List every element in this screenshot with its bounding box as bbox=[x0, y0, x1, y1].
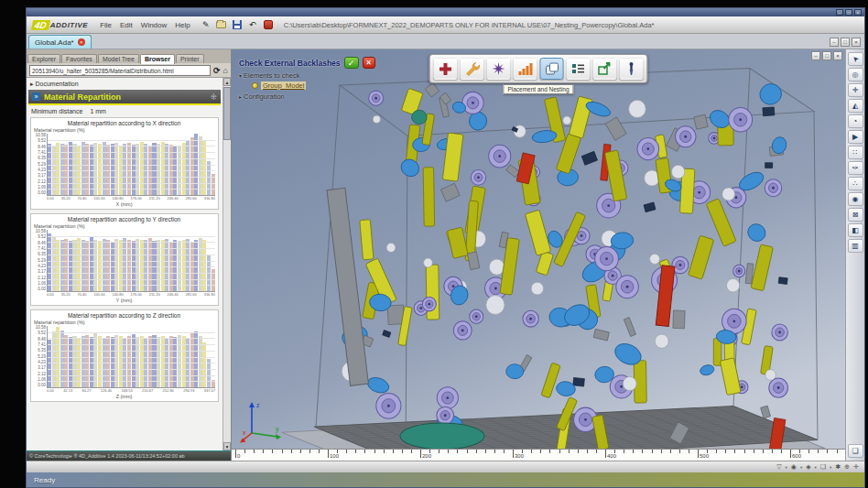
quick-icons: ✎ ↶ bbox=[201, 20, 274, 30]
panel-tab-favorites[interactable]: Favorites bbox=[61, 54, 97, 63]
visibility-icon[interactable]: ◉ bbox=[791, 462, 797, 472]
grab-icon[interactable]: ✱ bbox=[835, 462, 841, 472]
multi-view-icon[interactable]: ∷ bbox=[848, 146, 863, 159]
chart-plot bbox=[47, 134, 215, 196]
panel-tab-browser[interactable]: Browser bbox=[140, 54, 175, 64]
visibility-icon-dropdown[interactable]: ▾ bbox=[800, 465, 802, 470]
viewport-minimize-button[interactable]: – bbox=[811, 51, 820, 60]
svg-text:y: y bbox=[276, 426, 279, 433]
panel-tab-model-tree[interactable]: Model Tree bbox=[98, 54, 139, 63]
histogram-view-icon[interactable]: ▥ bbox=[848, 239, 863, 253]
focus-target-icon[interactable]: ◉ bbox=[848, 192, 863, 206]
recent-file-icon[interactable] bbox=[263, 20, 274, 30]
point-cloud-icon[interactable]: ∴ bbox=[848, 177, 863, 190]
check-backlash-panel: Check External Backlashes ✓ ✕ ▾ Elements… bbox=[239, 57, 375, 101]
menu-help[interactable]: Help bbox=[175, 21, 190, 29]
sketch-pen-icon[interactable]: ✎ bbox=[201, 20, 212, 30]
snapshot-icon[interactable]: ◧ bbox=[848, 223, 863, 237]
viewport-close-button[interactable]: × bbox=[833, 51, 842, 60]
viewport-restore-button[interactable]: □ bbox=[822, 51, 831, 60]
cancel-check-icon[interactable]: ✕ bbox=[363, 57, 375, 69]
viewport-3d[interactable]: Check External Backlashes ✓ ✕ ▾ Elements… bbox=[232, 49, 845, 461]
render-mode-icon[interactable]: ◈ bbox=[806, 462, 810, 472]
menu-window[interactable]: Window bbox=[141, 21, 167, 29]
bar bbox=[114, 335, 118, 387]
menu-file[interactable]: File bbox=[100, 21, 112, 29]
coordinates-icon[interactable]: ✛ bbox=[853, 462, 859, 472]
supports-button[interactable] bbox=[487, 58, 511, 80]
scroll-up-icon[interactable]: ▲ bbox=[223, 78, 231, 86]
view-cube-icon[interactable]: ❏ bbox=[848, 444, 863, 458]
machine-setup-button[interactable] bbox=[620, 58, 644, 80]
solid-view-icon[interactable]: ❏ bbox=[820, 462, 826, 472]
panel-tab-strip: ExplorerFavoritesModel TreeBrowserPrinte… bbox=[27, 49, 231, 63]
menu-bar: 4D ADDITIVE FileEditWindowHelp ✎ ↶ C:\Us… bbox=[27, 16, 864, 34]
build-preparation-button[interactable] bbox=[567, 58, 591, 80]
bar bbox=[103, 142, 106, 195]
pan-move-icon[interactable]: ✛ bbox=[848, 83, 863, 97]
mdi-close-button[interactable]: × bbox=[852, 38, 861, 47]
mdi-restore-button[interactable]: □ bbox=[841, 38, 850, 47]
elements-to-check-row[interactable]: ▾ Elements to check bbox=[239, 71, 375, 80]
menu-edit[interactable]: Edit bbox=[120, 21, 133, 29]
refresh-icon[interactable]: ⟳ bbox=[213, 66, 221, 75]
orbit-icon[interactable]: ◔ bbox=[848, 114, 863, 128]
snap-target-icon[interactable]: ⊕ bbox=[844, 462, 850, 472]
document-tab-label: Global.Ada* bbox=[35, 38, 74, 47]
bar bbox=[132, 334, 136, 387]
bar bbox=[194, 331, 198, 387]
clip-box-icon[interactable]: ⊠ bbox=[848, 208, 863, 222]
report-icon: » bbox=[32, 92, 40, 101]
window-close-button[interactable]: × bbox=[854, 9, 862, 16]
mdi-minimize-button[interactable]: – bbox=[830, 38, 839, 47]
open-folder-icon[interactable] bbox=[216, 20, 227, 30]
confirm-check-icon[interactable]: ✓ bbox=[344, 57, 359, 69]
filter-icon[interactable]: ▽ bbox=[776, 462, 781, 472]
chart-xlabel: Y (mm) bbox=[33, 298, 215, 303]
document-tab-bar: Global.Ada* × – □ × bbox=[27, 34, 864, 49]
window-minimize-button[interactable]: – bbox=[836, 9, 843, 16]
repair-button[interactable] bbox=[434, 58, 458, 80]
placement-nesting-button[interactable] bbox=[540, 58, 564, 80]
configuration-row[interactable]: ▸ Configuration bbox=[239, 92, 375, 101]
documentation-link[interactable]: ▸ Documentation bbox=[28, 80, 221, 89]
measure-ruler[interactable]: 0100200300400500600 bbox=[232, 449, 845, 461]
analysis-button[interactable] bbox=[514, 58, 537, 80]
window-maximize-button[interactable]: □ bbox=[845, 9, 852, 16]
bar bbox=[182, 143, 186, 195]
tab-close-icon[interactable]: × bbox=[78, 38, 85, 46]
nesting-scene bbox=[232, 49, 845, 461]
walkthrough-icon[interactable]: ▶ bbox=[848, 130, 863, 144]
bar bbox=[152, 143, 156, 195]
svg-text:z: z bbox=[256, 402, 260, 408]
browser-content: ▸ Documentation » Material Repartition ⁜… bbox=[27, 78, 231, 450]
render-mode-icon-dropdown[interactable]: ▾ bbox=[815, 465, 817, 470]
filter-icon-dropdown[interactable]: ▾ bbox=[786, 465, 787, 470]
export-button[interactable] bbox=[593, 58, 617, 80]
url-input[interactable]: 20513940/u_halter_5035285/MaterialDistri… bbox=[29, 65, 211, 76]
scroll-thumb[interactable] bbox=[223, 87, 231, 140]
bar bbox=[93, 333, 97, 387]
rotate-view-icon[interactable]: ◭ bbox=[848, 99, 863, 113]
save-icon[interactable] bbox=[232, 20, 243, 30]
bar bbox=[64, 239, 68, 291]
group-model-item[interactable]: Group_Model bbox=[252, 81, 375, 90]
recenter-icon[interactable]: ◎ bbox=[848, 68, 863, 81]
svg-text:x: x bbox=[243, 429, 246, 436]
paint-select-icon[interactable]: ✑ bbox=[848, 161, 863, 175]
chart-plot bbox=[47, 230, 215, 292]
scroll-down-icon[interactable]: ▼ bbox=[223, 442, 231, 450]
select-cursor-icon[interactable]: ➤ bbox=[848, 52, 863, 66]
chart-card-0: Material repartition according to X dire… bbox=[30, 117, 219, 210]
panel-scrollbar[interactable]: ▲ ▼ bbox=[222, 78, 231, 450]
bar bbox=[161, 142, 165, 195]
panel-tab-explorer[interactable]: Explorer bbox=[27, 54, 60, 63]
document-tab[interactable]: Global.Ada* × bbox=[28, 35, 92, 49]
fixing-tools-button[interactable] bbox=[461, 58, 484, 80]
solid-view-icon-dropdown[interactable]: ▾ bbox=[830, 465, 831, 470]
chart-xlabel: Z (mm) bbox=[33, 394, 215, 399]
minimum-distance-value: 1 mm bbox=[90, 108, 106, 114]
panel-tab-printer[interactable]: Printer bbox=[176, 54, 204, 63]
undo-icon[interactable]: ↶ bbox=[247, 20, 258, 30]
home-icon[interactable]: ⌂ bbox=[223, 66, 228, 75]
